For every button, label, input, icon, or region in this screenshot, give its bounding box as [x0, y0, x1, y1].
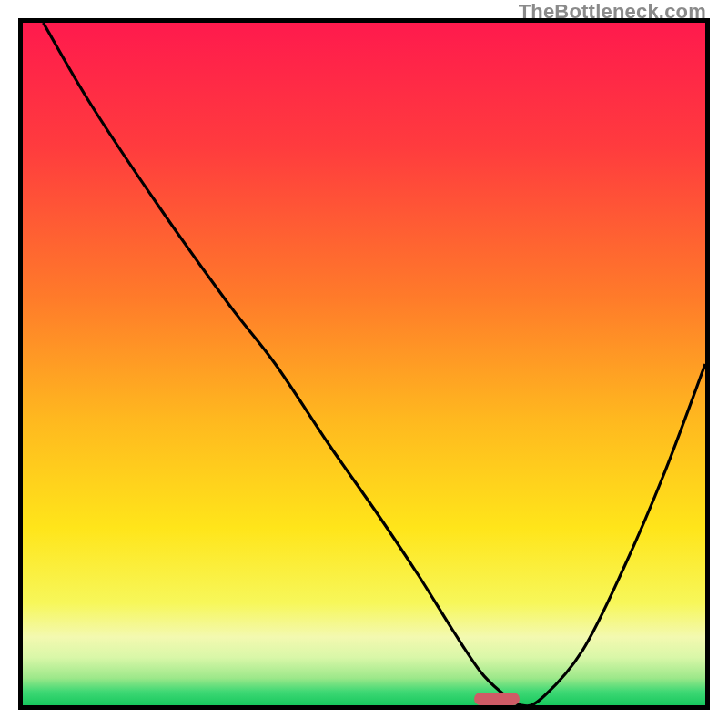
chart-frame	[18, 18, 710, 710]
optimum-marker	[474, 693, 520, 705]
bottleneck-curve	[23, 23, 705, 705]
